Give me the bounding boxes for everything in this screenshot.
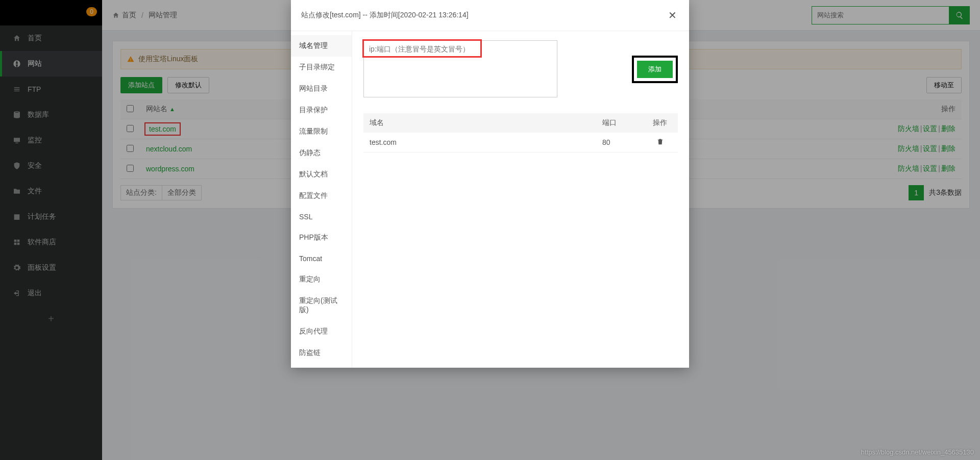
domain-cell: test.com — [363, 133, 596, 152]
dcol-port: 端口 — [596, 113, 642, 133]
highlight-box-add-button: 添加 — [632, 56, 678, 83]
domain-textarea[interactable] — [363, 40, 557, 97]
domain-table: 域名 端口 操作 test.com 80 — [363, 113, 678, 152]
modal-tab[interactable]: 反向代理 — [291, 321, 352, 342]
modal-sidebar: 域名管理子目录绑定网站目录目录保护流量限制伪静态默认文档配置文件SSLPHP版本… — [291, 31, 352, 368]
modal-tab[interactable]: 子目录绑定 — [291, 57, 352, 78]
trash-icon[interactable] — [656, 139, 664, 147]
modal-tab[interactable]: Tomcat — [291, 248, 352, 269]
modal-tab[interactable]: 目录保护 — [291, 99, 352, 121]
modal-title: 站点修改[test.com] -- 添加时间[2020-02-21 13:26:… — [301, 11, 469, 20]
modal-tab[interactable]: 默认文档 — [291, 164, 352, 185]
modal-tab[interactable]: SSL — [291, 207, 352, 227]
add-domain-button[interactable]: 添加 — [637, 61, 673, 78]
port-cell: 80 — [596, 133, 642, 152]
modal-tab[interactable]: 重定向 — [291, 269, 352, 290]
modal-tab[interactable]: 域名管理 — [291, 35, 352, 57]
dcol-op: 操作 — [642, 113, 678, 133]
site-edit-modal: 站点修改[test.com] -- 添加时间[2020-02-21 13:26:… — [291, 0, 689, 368]
modal-tab[interactable]: 重定向(测试版) — [291, 290, 352, 321]
domain-row: test.com 80 — [363, 133, 678, 152]
modal-tab[interactable]: 网站目录 — [291, 78, 352, 99]
close-icon[interactable]: ✕ — [666, 7, 679, 23]
modal-header: 站点修改[test.com] -- 添加时间[2020-02-21 13:26:… — [291, 0, 689, 31]
watermark: https://blog.csdn.net/weixin_45635130 — [861, 448, 974, 456]
modal-tab[interactable]: 伪静态 — [291, 142, 352, 164]
modal-tab[interactable]: 防盗链 — [291, 342, 352, 364]
modal-main: 添加 域名 端口 操作 test.com — [352, 31, 689, 368]
modal-overlay: 站点修改[test.com] -- 添加时间[2020-02-21 13:26:… — [0, 0, 980, 460]
modal-tab[interactable]: PHP版本 — [291, 227, 352, 248]
dcol-domain: 域名 — [363, 113, 596, 133]
modal-tab[interactable]: 流量限制 — [291, 121, 352, 142]
modal-tab[interactable]: 配置文件 — [291, 185, 352, 207]
